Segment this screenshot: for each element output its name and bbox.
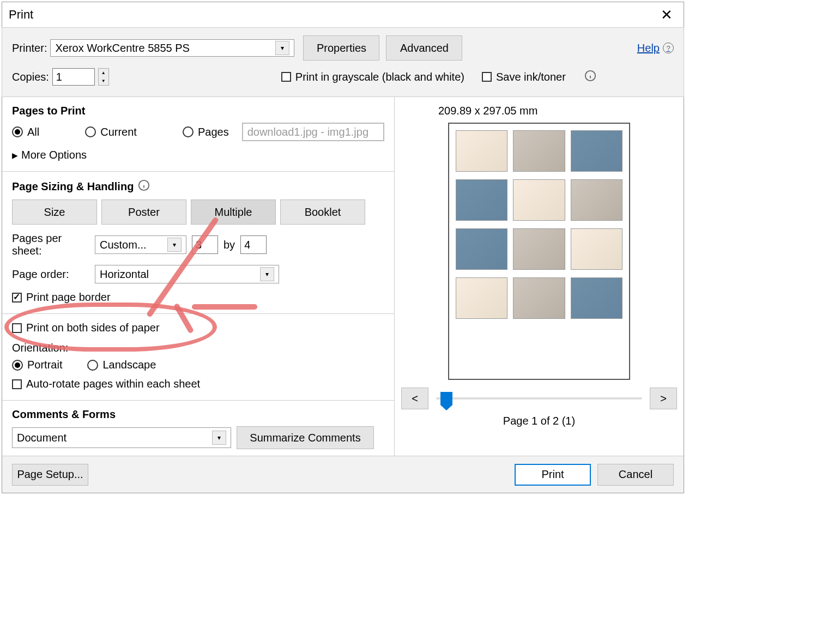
cancel-button[interactable]: Cancel [597, 464, 674, 486]
chevron-down-icon: ▾ [167, 238, 182, 252]
pages-per-sheet-select[interactable]: Custom...▾ [95, 235, 186, 254]
grayscale-label: Print in grayscale (black and white) [295, 71, 464, 83]
duplex-checkbox[interactable] [12, 323, 22, 333]
printer-value: Xerox WorkCentre 5855 PS [55, 42, 189, 55]
summarize-comments-button[interactable]: Summarize Comments [237, 426, 374, 449]
printer-label: Printer: [12, 42, 47, 55]
autorotate-label: Auto-rotate pages within each sheet [26, 378, 200, 390]
tab-size[interactable]: Size [12, 199, 97, 225]
page-order-label: Page order: [12, 268, 89, 281]
page-sizing-section: Page Sizing & Handling Size Poster Multi… [2, 172, 394, 314]
print-dialog: Print ✕ Printer: Xerox WorkCentre 5855 P… [2, 2, 684, 493]
print-border-checkbox[interactable] [12, 293, 22, 303]
radio-pages[interactable]: Pages [183, 126, 229, 138]
next-page-button[interactable]: > [650, 388, 677, 409]
radio-landscape[interactable]: Landscape [87, 359, 156, 371]
chevron-down-icon: ▾ [275, 41, 289, 55]
grayscale-checkbox[interactable] [281, 72, 291, 82]
page-indicator: Page 1 of 2 (1) [503, 415, 575, 427]
advanced-button[interactable]: Advanced [386, 35, 462, 61]
printer-section: Printer: Xerox WorkCentre 5855 PS ▾ Prop… [2, 27, 684, 97]
comments-section: Comments & Forms Document▾ Summarize Com… [2, 401, 394, 459]
autorotate-checkbox[interactable] [12, 379, 22, 389]
comments-heading: Comments & Forms [12, 408, 384, 421]
tab-multiple[interactable]: Multiple [191, 199, 276, 225]
radio-portrait[interactable]: Portrait [12, 359, 62, 371]
titlebar: Print ✕ [2, 2, 684, 27]
dialog-title: Print [9, 8, 33, 22]
more-options-toggle[interactable]: ▶ More Options [12, 149, 384, 161]
copies-spinner[interactable]: ▲▼ [98, 68, 109, 86]
properties-button[interactable]: Properties [303, 35, 379, 61]
preview-dimensions: 209.89 x 297.05 mm [438, 105, 537, 117]
printer-select[interactable]: Xerox WorkCentre 5855 PS ▾ [50, 39, 294, 57]
pages-heading: Pages to Print [12, 105, 384, 117]
duplex-label: Print on both sides of paper [26, 322, 160, 334]
by-label: by [223, 239, 235, 251]
preview-panel: 209.89 x 297.05 mm < > Page 1 of 2 (1) [395, 97, 684, 459]
radio-current[interactable]: Current [85, 126, 137, 138]
settings-panel: Pages to Print All Current Pages downloa… [2, 97, 395, 459]
saveink-checkbox[interactable] [482, 72, 492, 82]
question-icon: ? [663, 43, 674, 53]
preview-page [448, 123, 630, 380]
page-range-input[interactable]: download1.jpg - img1.jpg [242, 123, 384, 141]
help-link[interactable]: Help ? [637, 42, 674, 55]
info-icon[interactable] [138, 179, 150, 194]
chevron-down-icon: ▾ [212, 431, 226, 445]
triangle-right-icon: ▶ [12, 151, 18, 160]
pages-to-print-section: Pages to Print All Current Pages downloa… [2, 97, 394, 172]
copies-input[interactable]: 1 [52, 68, 95, 86]
chevron-down-icon: ▾ [260, 267, 274, 281]
footer: Page Setup... Print Cancel [2, 456, 684, 493]
cols-input[interactable]: 3 [192, 235, 218, 254]
zoom-slider[interactable] [436, 397, 642, 400]
orientation-heading: Orientation: [12, 342, 384, 354]
comments-select[interactable]: Document▾ [12, 427, 231, 448]
page-order-select[interactable]: Horizontal▾ [95, 265, 279, 283]
pages-per-sheet-label: Pages per sheet: [12, 232, 89, 257]
copies-label: Copies: [12, 71, 49, 83]
tab-poster[interactable]: Poster [101, 199, 186, 225]
page-setup-button[interactable]: Page Setup... [12, 464, 88, 486]
print-button[interactable]: Print [515, 464, 591, 486]
prev-page-button[interactable]: < [401, 388, 428, 409]
radio-all[interactable]: All [12, 126, 39, 138]
tab-booklet[interactable]: Booklet [280, 199, 365, 225]
close-icon[interactable]: ✕ [656, 4, 677, 26]
slider-handle[interactable] [440, 392, 452, 405]
saveink-label: Save ink/toner [496, 71, 566, 83]
info-icon[interactable] [584, 70, 596, 84]
print-border-label: Print page border [26, 291, 111, 304]
rows-input[interactable]: 4 [240, 235, 267, 254]
duplex-section: Print on both sides of paper Orientation… [2, 314, 394, 401]
sizing-heading: Page Sizing & Handling [12, 180, 134, 193]
